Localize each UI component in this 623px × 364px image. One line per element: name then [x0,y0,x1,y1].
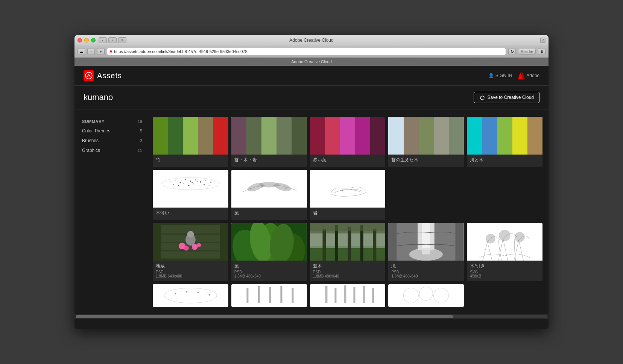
meta-jizo: 1.8MB 640x480 [156,274,225,278]
type-kihiki: SVG [470,270,539,274]
sidebar-item-graphics[interactable]: Graphics 11 [81,146,144,155]
address-input[interactable]: A https://assets.adobe.com/link/8eadebb8… [107,48,506,55]
grid-item-take[interactable]: 竹 [153,117,228,167]
download-icon[interactable]: ⬇ [538,48,546,55]
swatch-2 [404,117,419,155]
svg-point-5 [170,182,171,183]
sidebar-item-brushes[interactable]: Brushes 3 [81,136,144,146]
svg-point-4 [162,177,220,190]
swatch-3 [261,117,277,155]
swatch-5 [449,117,464,155]
sidebar-item-summary[interactable]: SUMMARY 19 [81,117,144,126]
tab-bar: Adobe Creative Cloud [74,58,549,66]
brush-visual-leaf [231,170,307,208]
info-koke2: 苔の生えた木 [388,155,464,167]
name-kihiki: 木/引き [470,263,539,269]
address-bar: ☁ ↑ + A https://assets.adobe.com/link/8e… [74,46,549,58]
info-brush-leaf: 葉 [231,208,307,220]
close-button[interactable] [77,38,82,42]
swatch-4 [277,117,292,155]
info-ha: 葉 PSD 1.8MB 480x640 [231,261,307,281]
sidebar-item-color-themes[interactable]: Color Themes 5 [81,126,144,136]
grid-item-ha[interactable]: 葉 PSD 1.8MB 480x640 [231,223,307,281]
expand-button[interactable]: ↗ [540,38,546,43]
share-button[interactable]: ⇧ [118,37,126,43]
grid-item-bottom-3[interactable] [310,284,386,307]
svg-point-34 [357,191,358,191]
svg-point-10 [195,179,196,180]
maximize-button[interactable] [91,38,96,42]
name-brush-rock: 岩 [313,210,383,216]
brush-stroke-leaf [235,174,303,204]
name-namiki: 並木 [313,263,383,269]
adobe-button[interactable]: Adobe [518,72,539,79]
swatch-row-take [153,117,228,155]
grid-item-bottom-1[interactable] [153,284,228,307]
svg-point-68 [499,230,511,241]
plus-icon[interactable]: + [97,48,105,55]
jizo-visual [153,223,228,261]
brushes-count: 3 [140,138,142,143]
reader-button[interactable]: Reader [518,49,536,55]
svg-rect-82 [314,284,381,307]
grid-item-brush-tree[interactable]: 木薄い [153,170,228,220]
grid-item-namiki[interactable]: 並木 PSD 1.8MB 480x640 [310,223,386,281]
svg-rect-66 [477,223,533,261]
svg-point-8 [185,179,186,180]
brush-stroke-rock [314,174,382,204]
grid-item-koke2[interactable]: 苔の生えた木 [388,117,464,167]
brush-visual-rock [310,170,386,208]
thumb-namiki [310,223,386,261]
svg-point-24 [197,181,198,182]
swatch-4 [512,117,527,155]
thumb-bottom-1 [153,284,228,307]
svg-point-41 [187,231,194,238]
name-taki: 滝 [391,263,461,269]
main-content: SUMMARY 19 Color Themes 5 Brushes 3 Grap… [74,109,549,314]
minimize-button[interactable] [84,38,89,42]
svg-point-65 [409,248,443,261]
taki-visual [388,223,464,261]
scrollbar-thumb[interactable] [76,315,453,318]
grid-item-brush-leaf[interactable]: 葉 [231,170,307,220]
summary-label: SUMMARY [82,119,105,124]
grid-item-bottom-2[interactable] [231,284,307,307]
scrollbar-track[interactable] [76,315,547,318]
grid-item-kawa[interactable]: 川と木 [467,117,542,167]
share-icon[interactable]: ↑ [87,48,95,55]
grid-item-bottom-4[interactable] [388,284,464,307]
thumb-jizo [153,223,228,261]
forward-button[interactable]: › [108,37,117,43]
title-bar: ‹ › ⇧ Adobe Creative Cloud ↗ [74,35,549,46]
svg-point-32 [342,190,343,191]
cloud-icon[interactable]: ☁ [77,48,85,55]
save-to-cc-button[interactable]: Save to Creative Cloud [474,92,539,103]
name-ha: 葉 [234,263,304,269]
grid-item-taki[interactable]: 滝 PSD 1.8MB 480x640 [388,223,464,281]
svg-rect-86 [353,287,355,303]
meta-namiki: 1.8MB 480x640 [313,274,383,278]
thumb-kawa [467,117,542,155]
grid-item-kihiki[interactable]: 木/引き SVG 458KB [467,223,542,281]
thumb-taki [388,223,464,261]
type-ha: PSD [234,270,304,274]
color-themes-count: 5 [140,129,142,133]
swatch-4 [434,117,449,155]
grid-item-koke[interactable]: 苔・木・岩 [231,117,307,167]
bottom-2-visual [231,284,307,307]
app-header: Assets 👤 SIGN IN Adobe [74,66,549,86]
back-button[interactable]: ‹ [99,37,107,43]
svg-point-18 [193,184,194,185]
grid-item-brush-rock[interactable]: 岩 [310,170,386,220]
thumb-brush-tree [153,170,228,208]
sign-in-button[interactable]: 👤 SIGN IN [488,73,512,78]
refresh-icon[interactable]: ↻ [508,48,516,55]
thumb-bottom-2 [231,284,307,307]
grid-item-jizo[interactable]: 地蔵 PSD 1.8MB 640x480 [153,223,228,281]
active-tab-label[interactable]: Adobe Creative Cloud [291,59,332,64]
thumb-koke2 [388,117,464,155]
bottom-4-visual [388,284,464,307]
grid-item-akai[interactable]: 赤い葉 [310,117,386,167]
nav-controls: ‹ › ⇧ [99,37,126,43]
svg-point-15 [178,185,179,186]
